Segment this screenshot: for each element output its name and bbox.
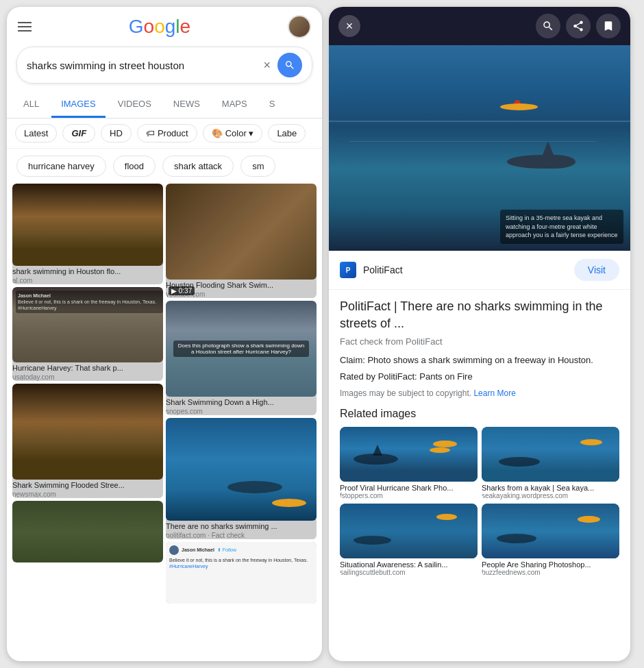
source-logo: P bbox=[340, 262, 356, 278]
image-caption: shark swimming in Houston flo... bbox=[12, 266, 163, 277]
related-source: fstoppers.com bbox=[340, 492, 478, 499]
right-panel: × bbox=[329, 7, 630, 661]
detail-header: × bbox=[329, 7, 630, 45]
image-item[interactable] bbox=[12, 501, 163, 562]
clear-icon[interactable]: × bbox=[263, 58, 271, 73]
related-source: seakayaking.wordpress.com bbox=[482, 492, 619, 499]
tab-more[interactable]: S bbox=[260, 92, 285, 118]
filter-label[interactable]: Labe bbox=[268, 124, 306, 143]
logo-g2: g bbox=[165, 16, 176, 37]
product-icon: 🏷 bbox=[146, 128, 155, 138]
avatar[interactable] bbox=[288, 15, 311, 38]
image-col-2: ▶ 0:37 Houston Flooding Shark Swim... yo… bbox=[166, 184, 317, 661]
tab-videos[interactable]: VIDEOS bbox=[108, 92, 161, 118]
image-caption: Shark Swimming Down a High... bbox=[166, 397, 317, 408]
detail-content: PolitiFact | There are no sharks swimmin… bbox=[329, 290, 630, 661]
detail-subtitle: Fact check from PolitiFact bbox=[340, 336, 619, 347]
logo-e: e bbox=[180, 16, 191, 37]
image-source: usatoday.com bbox=[12, 373, 163, 381]
search-button[interactable] bbox=[277, 53, 302, 77]
shark-body bbox=[507, 155, 575, 169]
image-source: politifact.com · Fact check bbox=[166, 532, 317, 539]
image-thumbnail bbox=[12, 384, 163, 480]
image-overlay-text: Sitting in a 35-metre sea kayak and watc… bbox=[500, 210, 623, 244]
related-thumbnail bbox=[482, 427, 619, 482]
filter-row: Latest GIF HD 🏷Product 🎨Color ▾ Labe bbox=[7, 119, 322, 149]
related-caption: Proof Viral Hurricane Shark Pho... bbox=[340, 484, 478, 492]
image-source: snopes.com bbox=[166, 408, 317, 415]
image-item[interactable]: ▶ 0:37 Houston Flooding Shark Swim... yo… bbox=[166, 184, 317, 298]
image-thumbnail bbox=[166, 184, 317, 280]
related-item[interactable]: Proof Viral Hurricane Shark Pho... fstop… bbox=[340, 427, 478, 499]
related-caption: People Are Sharing Photoshop... bbox=[482, 560, 619, 569]
suggestion-chips: hurricane harvey flood shark attack sm bbox=[7, 149, 322, 184]
hamburger-icon[interactable] bbox=[18, 22, 32, 32]
related-thumbnail bbox=[340, 427, 478, 482]
bookmark-button[interactable] bbox=[596, 14, 621, 38]
chip-sm[interactable]: sm bbox=[240, 156, 275, 177]
image-item[interactable]: Does this photograph show a shark swimmi… bbox=[166, 301, 317, 415]
logo-o1: o bbox=[144, 16, 155, 37]
search-input[interactable] bbox=[27, 60, 263, 71]
main-image[interactable]: Sitting in a 35-metre sea kayak and watc… bbox=[329, 45, 630, 251]
chip-shark-attack[interactable]: shark attack bbox=[162, 156, 234, 177]
related-item[interactable]: Situational Awareness: A sailin... saili… bbox=[340, 504, 478, 576]
filter-hd[interactable]: HD bbox=[101, 124, 132, 143]
lens-button[interactable] bbox=[536, 14, 560, 38]
related-thumbnail bbox=[340, 504, 478, 558]
video-duration: ▶ 0:37 bbox=[169, 286, 195, 295]
chip-hurricane-harvey[interactable]: hurricane harvey bbox=[16, 156, 106, 177]
source-name: PolitiFact bbox=[363, 264, 567, 275]
related-thumbnail bbox=[482, 504, 619, 558]
kayak-body bbox=[500, 103, 538, 110]
related-item[interactable]: Sharks from a kayak | Sea kaya... seakay… bbox=[482, 427, 619, 499]
image-item[interactable]: Shark Swimming Flooded Stree... newsmax.… bbox=[12, 384, 163, 498]
nav-tabs: ALL IMAGES VIDEOS NEWS MAPS S bbox=[7, 92, 322, 119]
source-info: P PolitiFact Visit bbox=[329, 251, 630, 290]
visit-button[interactable]: Visit bbox=[574, 259, 619, 281]
learn-more-link[interactable]: Learn More bbox=[473, 388, 515, 398]
image-item[interactable]: shark swimming in Houston flo... al.com bbox=[12, 184, 163, 284]
related-grid: Proof Viral Hurricane Shark Pho... fstop… bbox=[340, 427, 619, 576]
logo-g: G bbox=[129, 16, 144, 37]
image-source: al.com bbox=[12, 277, 163, 284]
tab-maps[interactable]: MAPS bbox=[212, 92, 257, 118]
image-item[interactable]: Jason Michael ⬆ Follow Believe it or not… bbox=[166, 542, 317, 604]
image-item[interactable]: There are no sharks swimming ... politif… bbox=[166, 418, 317, 539]
image-caption: There are no sharks swimming ... bbox=[166, 521, 317, 532]
related-title: Related images bbox=[340, 408, 619, 420]
image-overlay-text: Does this photograph show a shark swimmi… bbox=[173, 341, 309, 357]
search-bar: × bbox=[16, 47, 312, 84]
tab-images[interactable]: IMAGES bbox=[51, 92, 106, 118]
image-col-1: shark swimming in Houston flo... al.com … bbox=[12, 184, 163, 661]
detail-rated: Rated by PolitiFact: Pants on Fire bbox=[340, 371, 619, 382]
detail-claim: Claim: Photo shows a shark swimming on a… bbox=[340, 354, 619, 367]
filter-latest[interactable]: Latest bbox=[15, 124, 57, 143]
color-icon: 🎨 bbox=[212, 128, 223, 138]
tab-news[interactable]: NEWS bbox=[164, 92, 210, 118]
tab-all[interactable]: ALL bbox=[14, 92, 49, 118]
chip-flood[interactable]: flood bbox=[113, 156, 156, 177]
logo-o2: o bbox=[154, 16, 165, 37]
image-thumbnail bbox=[12, 184, 163, 266]
main-image-bg: Sitting in a 35-metre sea kayak and watc… bbox=[329, 45, 630, 251]
detail-title: PolitiFact | There are no sharks swimmin… bbox=[340, 298, 619, 332]
left-panel: Google × ALL IMAGES VIDEOS NEWS MAPS S L… bbox=[7, 7, 322, 661]
filter-product[interactable]: 🏷Product bbox=[137, 124, 197, 143]
image-item[interactable]: Jason Michael Believe it or not, this is… bbox=[12, 287, 163, 381]
share-button[interactable] bbox=[566, 14, 591, 38]
related-source: sailingscuttlebutt.com bbox=[340, 569, 478, 576]
google-logo: Google bbox=[129, 16, 190, 38]
related-item[interactable]: People Are Sharing Photoshop... buzzfeed… bbox=[482, 504, 619, 576]
related-caption: Situational Awareness: A sailin... bbox=[340, 560, 478, 569]
image-source: newsmax.com bbox=[12, 491, 163, 498]
related-caption: Sharks from a kayak | Sea kaya... bbox=[482, 484, 619, 492]
google-header: Google bbox=[7, 7, 322, 38]
kayak-person bbox=[500, 100, 541, 112]
close-button[interactable]: × bbox=[338, 15, 360, 37]
filter-color[interactable]: 🎨Color ▾ bbox=[203, 124, 263, 143]
filter-gif[interactable]: GIF bbox=[62, 124, 95, 143]
image-grid: shark swimming in Houston flo... al.com … bbox=[7, 184, 322, 661]
copyright-note: Images may be subject to copyright. Lear… bbox=[340, 388, 619, 398]
shark-shape bbox=[507, 148, 589, 169]
